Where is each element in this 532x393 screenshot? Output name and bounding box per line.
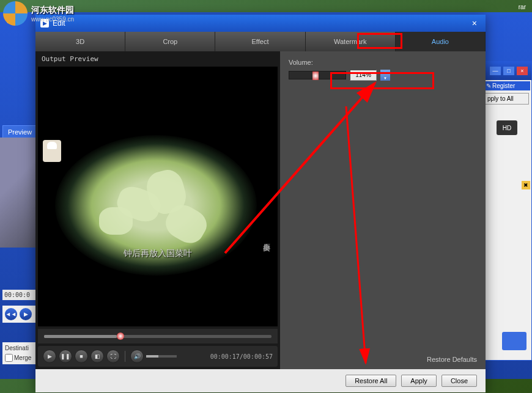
audio-volume-slider[interactable] — [289, 71, 346, 79]
seek-thumb[interactable] — [117, 332, 124, 340]
tab-crop[interactable]: Crop — [125, 32, 215, 51]
video-subtitle: 钟后再放入国菜叶 — [38, 248, 278, 259]
convert-button[interactable] — [502, 332, 526, 350]
tab-audio[interactable]: Audio — [396, 32, 486, 51]
hd-format-badge[interactable]: HD — [497, 120, 517, 135]
output-preview-label: Output Preview — [35, 51, 280, 67]
edit-titlebar: ▶ Edit × — [35, 15, 486, 32]
edit-close-button[interactable]: × — [468, 18, 481, 28]
volume-spinner[interactable]: ▲ ▼ — [380, 70, 390, 81]
seek-bar[interactable] — [38, 329, 278, 343]
preview-panel-label: Preview — [2, 125, 37, 139]
restore-all-button[interactable]: Restore All — [345, 375, 396, 387]
play-button[interactable]: ▶ — [20, 308, 32, 320]
prev-button[interactable]: ◄◄ — [5, 308, 17, 320]
merge-checkbox[interactable] — [5, 354, 13, 362]
destination-panel: Destinati Merge — [2, 342, 36, 364]
volume-label: Volume: — [289, 59, 477, 66]
playback-time: 00:00:17/00:00:57 — [210, 353, 273, 360]
maximize-button[interactable]: □ — [503, 67, 514, 75]
stop-button[interactable]: ■ — [75, 350, 88, 363]
restore-defaults-link[interactable]: Restore Defaults — [427, 356, 477, 363]
snapshot-button[interactable]: ◧ — [91, 350, 104, 363]
chef-badge-icon — [43, 140, 61, 162]
play-pause-button[interactable]: ▶ — [43, 350, 56, 363]
scroll-warning-icon[interactable]: ✖ — [522, 181, 530, 189]
fullscreen-button[interactable]: ⛶ — [106, 350, 120, 363]
close-button[interactable]: Close — [441, 375, 477, 387]
apply-button[interactable]: Apply — [401, 375, 437, 387]
edit-footer: Restore All Apply Close — [35, 369, 486, 392]
mute-button[interactable]: 🔊 — [130, 350, 144, 363]
edit-tabs: 3D Crop Effect Watermark Audio — [35, 32, 486, 51]
close-window-button[interactable]: × — [517, 67, 528, 75]
playback-volume-slider[interactable] — [146, 355, 177, 358]
pause-button[interactable]: ❚❚ — [59, 350, 72, 363]
desktop-rar-label: rar — [519, 4, 526, 10]
volume-slider-thumb[interactable] — [312, 72, 319, 80]
main-play-controls: ◄◄ ▶ — [2, 306, 36, 323]
video-preview[interactable]: 小厨美食 钟后再放入国菜叶 — [38, 67, 278, 326]
main-preview-thumbnail — [0, 138, 35, 248]
volume-value-input[interactable]: 114% — [350, 70, 377, 81]
playback-controls: ▶ ❚❚ ■ ◧ ⛶ 🔊 00:00:17/00:00:57 — [38, 346, 278, 367]
main-time-display: 00:00:0 — [2, 290, 36, 300]
minimize-button[interactable]: — — [490, 67, 501, 75]
right-settings-window: — □ × ✎ Register pply to All HD ✖ — [482, 61, 532, 361]
volume-up-icon[interactable]: ▲ — [380, 70, 390, 75]
tab-3d[interactable]: 3D — [35, 32, 125, 51]
register-button[interactable]: ✎ Register — [484, 81, 530, 90]
site-watermark: 河东软件园 www.pc0359.cn — [3, 1, 74, 26]
tab-watermark[interactable]: Watermark — [306, 32, 396, 51]
edit-dialog: ▶ Edit × 3D Crop Effect Watermark Audio … — [35, 15, 486, 392]
apply-to-all-button[interactable]: pply to All — [485, 93, 529, 105]
audio-settings-panel: Volume: 114% ▲ ▼ Restore Defaults — [280, 51, 486, 369]
preview-panel: Output Preview 小厨美食 钟后再放入国菜叶 ▶ ❚❚ ■ ◧ ⛶ … — [35, 51, 280, 369]
volume-down-icon[interactable]: ▼ — [380, 75, 390, 81]
tab-effect[interactable]: Effect — [215, 32, 305, 51]
pencil-icon: ✎ — [486, 83, 491, 89]
